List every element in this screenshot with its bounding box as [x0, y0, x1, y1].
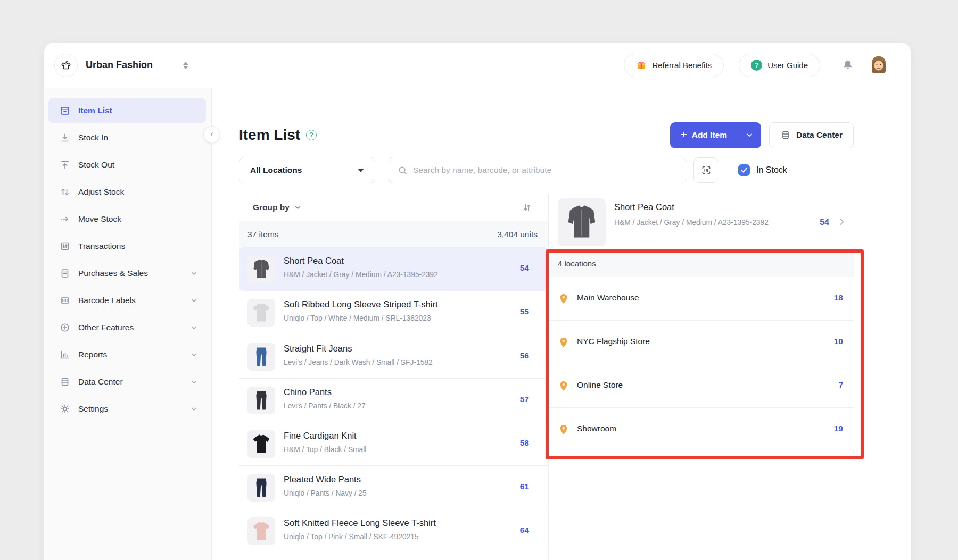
sidebar-item-label: Other Features: [78, 323, 134, 332]
location-row[interactable]: Main Warehouse18: [548, 277, 854, 320]
barcode-scan-button[interactable]: [693, 157, 718, 183]
user-guide-label: User Guide: [767, 61, 808, 70]
sidebar-item-data-center[interactable]: Data Center: [48, 370, 206, 394]
sidebar-item-label: Reports: [78, 350, 107, 360]
item-attributes: Uniqlo / Top / Pink / Small / SKF-492021…: [284, 533, 419, 541]
workspace-switcher-icon[interactable]: [183, 62, 188, 69]
location-row[interactable]: Showroom19: [548, 407, 854, 451]
location-name: Main Warehouse: [577, 293, 639, 303]
item-name: Straight Fit Jeans: [284, 344, 352, 354]
item-row[interactable]: Short Pea CoatH&M / Jacket / Gray / Medi…: [239, 247, 548, 291]
chevron-down-icon: [191, 352, 197, 358]
workspace-name: Urban Fashion: [86, 60, 153, 71]
workspace-brand[interactable]: Urban Fashion: [54, 54, 188, 77]
item-row[interactable]: Soft Ribbed Long Sleeve Striped T-shirtU…: [239, 291, 548, 335]
search-input[interactable]: [413, 165, 677, 175]
sidebar-item-label: Settings: [78, 404, 108, 414]
add-item-label: Add Item: [692, 130, 727, 140]
sidebar-item-label: Adjust Stock: [78, 187, 124, 197]
item-row[interactable]: Straight Fit JeansLevi's / Jeans / Dark …: [239, 335, 548, 378]
location-row[interactable]: Online Store7: [548, 364, 854, 407]
detail-item-name: Short Pea Coat: [614, 202, 674, 212]
notifications-bell-icon[interactable]: [841, 59, 854, 72]
item-name: Chino Pants: [284, 387, 332, 397]
workspace-logo-tshirt-icon: [54, 54, 78, 77]
sidebar-item-settings[interactable]: Settings: [48, 397, 206, 421]
item-row[interactable]: Pleated Wide PantsUniqlo / Pants / Navy …: [239, 465, 548, 509]
sidebar-item-stock-out[interactable]: Stock Out: [48, 153, 206, 177]
location-pin-icon: [558, 337, 569, 348]
sidebar-item-barcode-labels[interactable]: Barcode Labels: [48, 288, 206, 313]
item-attributes: Levi's / Pants / Black / 27: [284, 402, 366, 410]
item-thumbnail: [247, 343, 275, 371]
data-center-button[interactable]: Data Center: [769, 122, 854, 148]
location-quantity: 18: [834, 293, 843, 303]
sidebar-item-label: Barcode Labels: [78, 296, 136, 305]
item-quantity: 56: [520, 351, 529, 361]
detail-item-header[interactable]: Short Pea Coat H&M / Jacket / Gray / Med…: [548, 194, 854, 250]
item-name: Soft Knitted Fleece Long Sleeve T-shirt: [284, 518, 436, 528]
item-attributes: Levi's / Jeans / Dark Wash / Small / SFJ…: [284, 358, 433, 366]
sidebar-item-label: Transactions: [78, 241, 125, 251]
sidebar-collapse-button[interactable]: ‹: [203, 126, 220, 143]
item-thumbnail: [247, 474, 275, 502]
user-avatar[interactable]: [868, 55, 889, 76]
item-thumbnail: [247, 299, 275, 327]
sidebar-item-reports[interactable]: Reports: [48, 342, 206, 367]
add-item-button[interactable]: + Add Item: [670, 122, 761, 148]
detail-item-image: [558, 198, 606, 246]
sidebar-item-item-list[interactable]: Item List: [48, 98, 206, 123]
group-by-label: Group by: [253, 203, 290, 212]
plus-icon: +: [680, 128, 687, 141]
location-filter-select[interactable]: All Locations: [239, 157, 375, 183]
stock-out-icon: [60, 160, 70, 170]
data-center-icon: [60, 377, 70, 387]
header-actions: Referral Benefits ? User Guide: [624, 54, 889, 77]
sidebar-item-label: Data Center: [78, 377, 123, 387]
sidebar-item-stock-in[interactable]: Stock In: [48, 126, 206, 150]
in-stock-checkbox[interactable]: [738, 164, 750, 176]
item-row[interactable]: Soft Knitted Fleece Long Sleeve T-shirtU…: [239, 509, 548, 553]
search-box: [389, 157, 686, 183]
user-guide-button[interactable]: ? User Guide: [739, 54, 820, 77]
main-content: Item List ? + Add Item Data Ce: [212, 88, 911, 560]
move-stock-icon: [60, 214, 70, 224]
in-stock-filter[interactable]: In Stock: [738, 157, 787, 183]
sidebar-item-label: Purchases & Sales: [78, 269, 148, 278]
help-icon[interactable]: ?: [306, 130, 317, 140]
item-thumbnail: [247, 387, 275, 414]
caret-down-icon: [358, 169, 364, 172]
sidebar-item-adjust-stock[interactable]: Adjust Stock: [48, 180, 206, 204]
items-count: 37 items: [247, 230, 279, 239]
reports-icon: [60, 349, 70, 360]
item-thumbnail: [247, 517, 275, 545]
sidebar-item-move-stock[interactable]: Move Stock: [48, 207, 206, 231]
add-item-dropdown-button[interactable]: [737, 122, 761, 148]
sidebar-item-transactions[interactable]: Transactions: [48, 234, 206, 258]
chevron-down-icon: [191, 406, 197, 413]
item-quantity: 55: [520, 307, 529, 316]
database-icon: [780, 130, 791, 140]
app-window: Urban Fashion Referral Benefits: [44, 43, 911, 560]
chevron-down-icon: [191, 324, 197, 331]
item-row[interactable]: Fine Cardigan KnitH&M / Top / Black / Sm…: [239, 422, 548, 465]
detail-item-quantity: 54: [820, 218, 829, 227]
sidebar-item-other-features[interactable]: Other Features: [48, 315, 206, 340]
purchases-sales-icon: [60, 268, 70, 279]
barcode-scan-icon: [700, 164, 712, 176]
item-name: Pleated Wide Pants: [284, 474, 361, 484]
referral-benefits-label: Referral Benefits: [652, 61, 712, 70]
list-summary-band: 37 items 3,404 units: [239, 221, 548, 247]
location-row[interactable]: NYC Flagship Store10: [548, 320, 854, 364]
item-quantity: 61: [520, 482, 529, 491]
sidebar-item-purchases-sales[interactable]: Purchases & Sales: [48, 261, 206, 286]
group-by-dropdown[interactable]: Group by: [253, 203, 301, 212]
list-end-divider: [239, 553, 548, 553]
item-row[interactable]: Chino PantsLevi's / Pants / Black / 2757: [239, 378, 548, 422]
location-filter-value: All Locations: [250, 165, 302, 175]
item-thumbnail: [247, 255, 275, 283]
referral-benefits-button[interactable]: Referral Benefits: [624, 54, 724, 77]
item-detail-column: Short Pea Coat H&M / Jacket / Gray / Med…: [548, 194, 854, 451]
stock-in-icon: [60, 132, 70, 143]
sort-icon[interactable]: [522, 203, 532, 213]
